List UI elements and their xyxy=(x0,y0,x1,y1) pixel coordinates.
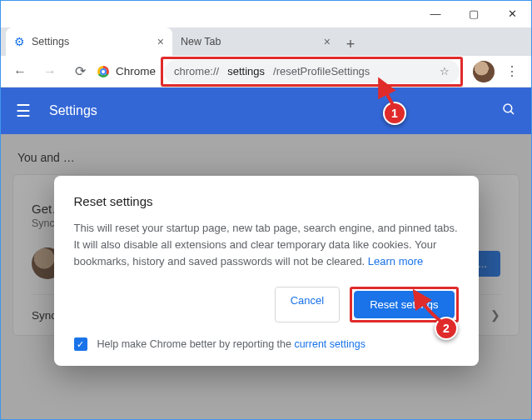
chrome-icon xyxy=(97,66,109,78)
address-bar[interactable]: chrome://settings/resetProfileSettings ☆ xyxy=(164,60,460,83)
checkbox-label: Help make Chrome better by reporting the… xyxy=(97,338,365,350)
tab-settings[interactable]: ⚙ Settings × xyxy=(6,28,172,56)
dialog-body: This will reset your startup page, new t… xyxy=(74,220,459,270)
bookmark-star-icon[interactable]: ☆ xyxy=(440,65,450,78)
profile-avatar-button[interactable] xyxy=(473,61,495,82)
close-tab-icon[interactable]: × xyxy=(324,35,331,48)
chrome-menu-button[interactable]: ⋮ xyxy=(500,59,525,84)
new-tab-button[interactable]: + xyxy=(339,32,362,56)
reset-settings-dialog: Reset settings This will reset your star… xyxy=(54,176,479,366)
tab-new[interactable]: New Tab × xyxy=(172,28,339,56)
settings-body: You and … Get… Sync… sambitkoley.wb@gmai… xyxy=(1,134,531,419)
svg-point-0 xyxy=(504,104,512,112)
close-tab-icon[interactable]: × xyxy=(157,35,164,48)
reload-button[interactable]: ⟳ xyxy=(67,59,92,84)
url-host: settings xyxy=(227,65,265,78)
dialog-actions: Cancel Reset settings xyxy=(74,287,459,322)
gear-icon: ⚙ xyxy=(14,35,25,48)
dialog-checkbox-row: ✓ Help make Chrome better by reporting t… xyxy=(74,338,459,351)
page-title: Settings xyxy=(49,103,97,118)
tab-label: Settings xyxy=(32,36,69,48)
omnibox-site-label: Chrome xyxy=(116,65,156,78)
tab-label: New Tab xyxy=(181,36,221,48)
settings-app-bar: ☰ Settings xyxy=(1,88,531,134)
svg-line-1 xyxy=(510,111,514,114)
url-path: /resetProfileSettings xyxy=(273,65,370,78)
browser-toolbar: ← → ⟳ Chrome chrome://settings/resetProf… xyxy=(1,56,531,88)
tab-strip: ⚙ Settings × New Tab × + xyxy=(1,28,531,56)
window-close-button[interactable]: ✕ xyxy=(493,1,531,26)
checkbox-checked[interactable]: ✓ xyxy=(74,338,87,351)
annotation-highlight-1: chrome://settings/resetProfileSettings ☆ xyxy=(161,57,463,87)
search-icon[interactable] xyxy=(501,102,516,121)
window-minimize-button[interactable]: — xyxy=(416,1,455,26)
cancel-button[interactable]: Cancel xyxy=(275,287,340,322)
dialog-scrim: Reset settings This will reset your star… xyxy=(1,134,531,419)
learn-more-link[interactable]: Learn more xyxy=(368,255,423,268)
annotation-arrow-1 xyxy=(373,75,406,108)
window-titlebar: — ▢ ✕ xyxy=(1,1,531,28)
hamburger-icon[interactable]: ☰ xyxy=(16,101,31,121)
back-button[interactable]: ← xyxy=(7,59,32,84)
current-settings-link[interactable]: current settings xyxy=(294,338,365,350)
url-scheme: chrome:// xyxy=(174,65,219,78)
window-maximize-button[interactable]: ▢ xyxy=(455,1,493,26)
annotation-arrow-2 xyxy=(408,287,450,327)
forward-button[interactable]: → xyxy=(37,59,62,84)
dialog-title: Reset settings xyxy=(74,194,459,208)
